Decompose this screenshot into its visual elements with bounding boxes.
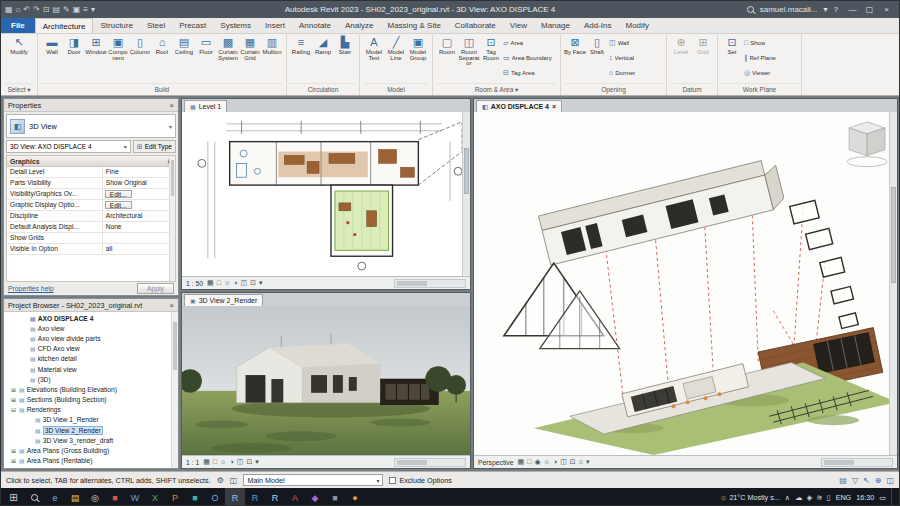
tray-icon[interactable]: ☁ <box>795 493 803 502</box>
property-row[interactable]: Graphic Display Optio... Edit... <box>7 200 175 211</box>
properties-help-link[interactable]: Properties help <box>8 285 54 292</box>
tree-expand-icon[interactable] <box>10 386 17 393</box>
ribbon-button[interactable]: ⊕Level <box>670 35 692 82</box>
ribbon-tab[interactable]: File <box>1 18 35 33</box>
view-control-icon[interactable]: ▾ <box>259 277 263 289</box>
tree-expand-icon[interactable] <box>10 447 17 454</box>
tray-icon[interactable]: ▯ <box>826 493 830 502</box>
ribbon-button[interactable]: ≡Railing <box>290 35 312 82</box>
ribbon-tab[interactable]: Analyze <box>338 18 380 33</box>
view-control-icon[interactable]: ▦ <box>518 456 525 468</box>
filter-icon[interactable]: ↖ <box>863 476 870 485</box>
taskbar-app-icon[interactable]: ● <box>345 488 365 506</box>
tree-item[interactable]: Renderings <box>4 405 178 415</box>
ribbon-tab[interactable]: Insert <box>258 18 292 33</box>
view-control-icon[interactable]: ◫ <box>237 456 244 468</box>
worksets-icon[interactable]: ⚙ <box>217 476 224 485</box>
plan-horizontal-scrollbar[interactable] <box>394 279 466 288</box>
ribbon-button[interactable]: ◨Door <box>63 35 85 82</box>
ribbon-button[interactable]: ▯Shaft <box>586 35 608 82</box>
design-options-icon[interactable]: ◫ <box>230 476 238 485</box>
ribbon-button[interactable]: ⊞Grid <box>692 35 714 82</box>
maximize-button[interactable]: ▢ <box>861 1 878 18</box>
ribbon-button[interactable]: ▭Floor <box>195 35 217 82</box>
tree-item[interactable]: Axo view <box>4 323 178 333</box>
tree-item[interactable]: Legends <box>4 466 178 468</box>
scale-label[interactable]: 1 : 1 <box>186 459 199 466</box>
ribbon-button[interactable]: ↕Vertical <box>608 50 663 65</box>
close-icon[interactable]: × <box>165 101 174 110</box>
property-row[interactable]: Detail Level Fine <box>7 167 175 178</box>
tree-item[interactable]: Area Plans (Rentable) <box>4 456 178 466</box>
tree-expand-icon[interactable] <box>10 457 17 464</box>
qat-icon[interactable]: ↶ <box>23 1 30 18</box>
tree-item[interactable]: kitchen detail <box>4 354 178 364</box>
view-instance-combo[interactable]: 3D View: AXO DISPLACE 4 ▾ <box>6 140 131 153</box>
taskbar-app-icon[interactable]: P <box>165 488 185 506</box>
render-canvas[interactable] <box>182 306 470 455</box>
start-button[interactable]: ⊞ <box>3 488 24 506</box>
axo-canvas[interactable] <box>474 112 897 455</box>
property-value[interactable]: all <box>103 244 175 254</box>
section-graphics[interactable]: Graphics ∧ <box>7 156 175 167</box>
property-value[interactable]: Edit... <box>105 190 132 198</box>
tree-item[interactable]: 3D View 1_Render <box>4 415 178 425</box>
ribbon-tab[interactable]: Systems <box>213 18 258 33</box>
ribbon-button[interactable]: ⊡Set <box>721 35 743 82</box>
close-icon[interactable]: × <box>552 103 556 110</box>
view-control-icon[interactable]: ▾ <box>586 456 590 468</box>
property-value[interactable] <box>103 233 175 243</box>
tree-expand-icon[interactable] <box>10 406 17 413</box>
taskbar-app-icon[interactable]: ◆ <box>305 488 325 506</box>
ribbon-button[interactable]: ⌂Roof <box>151 35 173 82</box>
ribbon-button[interactable]: ◫Wall <box>608 35 663 50</box>
tree-item[interactable]: Elevations (Building Elevation) <box>4 384 178 394</box>
view-control-icon[interactable]: ▦ <box>203 456 210 468</box>
project-browser-header[interactable]: Project Browser - SH02_2023_original.rvt… <box>4 299 178 312</box>
property-row[interactable]: Visibility/Graphics Ov... Edit... <box>7 189 175 200</box>
filter-icon[interactable]: ◫ <box>886 476 894 485</box>
axo-horizontal-scrollbar[interactable] <box>821 458 893 467</box>
tree-expand-icon[interactable] <box>10 467 17 468</box>
ribbon-button[interactable]: ⊠By Face <box>564 35 586 82</box>
view-control-icon[interactable]: ☼ <box>224 277 230 289</box>
ribbon-button[interactable]: ↖Modify <box>4 35 34 82</box>
axo-vertical-scrollbar[interactable] <box>889 112 897 455</box>
qat-icon[interactable]: ↷ <box>33 1 40 18</box>
taskbar-search-button[interactable] <box>24 488 45 506</box>
apply-button[interactable]: Apply <box>137 283 174 294</box>
ribbon-tab[interactable]: Massing & Site <box>380 18 447 33</box>
taskbar-app-icon[interactable]: ■ <box>185 488 205 506</box>
perspective-label[interactable]: Perspective <box>478 459 514 466</box>
properties-header[interactable]: Properties × <box>4 99 178 112</box>
close-button[interactable]: × <box>878 1 895 18</box>
weather-widget[interactable]: ☼ 21°C Mostly s... <box>720 493 780 502</box>
taskbar-app-icon[interactable]: R <box>225 488 245 506</box>
view-control-icon[interactable]: □ <box>217 277 221 289</box>
tree-item[interactable]: Axo view divide parts <box>4 333 178 343</box>
view-control-icon[interactable]: ⊡ <box>570 456 576 468</box>
ribbon-tab[interactable]: Collaborate <box>448 18 503 33</box>
property-row[interactable]: Show Grids <box>7 233 175 244</box>
property-value[interactable]: Show Original <box>103 178 175 188</box>
tree-item[interactable]: Sections (Building Section) <box>4 395 178 405</box>
ribbon-button[interactable]: □Show <box>743 35 798 50</box>
qat-icon[interactable]: ▦ <box>5 1 13 18</box>
qat-icon[interactable]: ▣ <box>73 1 81 18</box>
taskbar-app-icon[interactable]: ▤ <box>65 488 85 506</box>
tree-item[interactable]: Area Plans (Gross Building) <box>4 445 178 455</box>
user-menu-arrow-icon[interactable]: ▾ <box>824 5 828 14</box>
ribbon-tab[interactable]: Manage <box>534 18 577 33</box>
view-control-icon[interactable]: ◑ <box>233 277 237 289</box>
clock[interactable]: 16:30 <box>856 493 874 502</box>
qat-icon[interactable]: ⌂ <box>16 1 21 18</box>
taskbar-app-icon[interactable]: ◎ <box>85 488 105 506</box>
property-value[interactable]: None <box>103 222 175 232</box>
view-control-icon[interactable]: ◑ <box>553 456 557 468</box>
filter-icon[interactable]: ▽ <box>852 476 858 485</box>
ribbon-tab[interactable]: Add-Ins <box>577 18 619 33</box>
ribbon-button[interactable]: ▩Curtain System <box>217 35 239 82</box>
qat-icon[interactable]: ≡ <box>83 1 88 18</box>
tree-item[interactable]: 3D View 2_Render <box>4 425 178 435</box>
qat-icon[interactable]: ⊡ <box>43 1 50 18</box>
